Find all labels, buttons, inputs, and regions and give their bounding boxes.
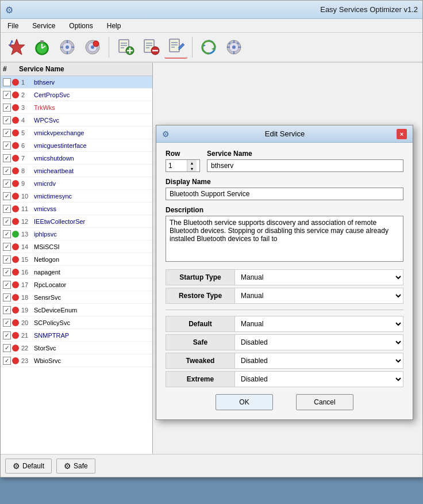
- list-item[interactable]: 21SNMPTRAP: [1, 329, 152, 342]
- row-label: Row: [166, 150, 200, 158]
- row-service-name: vmicheartbeat: [34, 167, 150, 174]
- list-item[interactable]: 19ScDeviceEnum: [1, 304, 152, 316]
- row-checkbox[interactable]: [3, 319, 11, 327]
- restore-type-select[interactable]: Automatic Manual Disabled: [235, 290, 403, 301]
- row-number: 19: [21, 307, 34, 314]
- spinner-down-button[interactable]: ▼: [187, 166, 197, 171]
- menu-file[interactable]: File: [5, 21, 21, 30]
- display-name-input[interactable]: [166, 188, 403, 200]
- row-checkbox[interactable]: [3, 116, 11, 124]
- row-checkbox[interactable]: [3, 357, 11, 365]
- status-dot: [12, 269, 19, 276]
- toolbar-sep-2: [192, 37, 193, 58]
- row-checkbox[interactable]: [3, 91, 11, 99]
- row-number: 23: [21, 357, 34, 364]
- wizard-button[interactable]: [5, 36, 28, 59]
- list-item[interactable]: 5vmickvpexchange: [1, 127, 152, 139]
- service-name-input[interactable]: [207, 159, 403, 172]
- settings-button[interactable]: [222, 36, 245, 59]
- row-checkbox[interactable]: [3, 331, 11, 339]
- row-number: 4: [21, 117, 34, 124]
- safe-button[interactable]: ⚙ Safe: [56, 459, 95, 474]
- row-number: 2: [21, 91, 34, 98]
- dialog-buttons: OK Cancel: [166, 390, 403, 413]
- row-service-name: SensrSvc: [34, 294, 150, 301]
- row-checkbox[interactable]: [3, 129, 11, 137]
- svg-point-17: [91, 45, 94, 49]
- refresh-button[interactable]: [197, 36, 220, 59]
- list-item[interactable]: 23WbioSrvc: [1, 354, 152, 367]
- list-item[interactable]: 4WPCSvc: [1, 114, 152, 127]
- restore-type-row: Restore Type Automatic Manual Disabled: [166, 288, 403, 304]
- list-item[interactable]: 17RpcLocator: [1, 278, 152, 291]
- row-checkbox[interactable]: [3, 180, 11, 188]
- list-item[interactable]: 13iphlpsvc: [1, 228, 152, 240]
- status-dot: [12, 117, 19, 124]
- extreme-select[interactable]: Automatic Manual Disabled: [235, 373, 403, 385]
- svg-rect-44: [233, 51, 234, 54]
- list-item[interactable]: 20SCPolicySvc: [1, 316, 152, 329]
- menu-help[interactable]: Help: [105, 21, 124, 30]
- row-checkbox[interactable]: [3, 344, 11, 352]
- row-checkbox[interactable]: [3, 255, 11, 264]
- list-item[interactable]: 11vmicvss: [1, 203, 152, 215]
- list-item[interactable]: 12IEEtwCollectorSer: [1, 215, 152, 228]
- list-item[interactable]: 16napagent: [1, 266, 152, 278]
- list-item[interactable]: 15Netlogon: [1, 253, 152, 266]
- row-checkbox[interactable]: [3, 192, 11, 200]
- menu-options[interactable]: Options: [67, 21, 95, 30]
- row-checkbox[interactable]: [3, 230, 11, 238]
- startup-type-select[interactable]: Automatic Manual Disabled: [235, 272, 403, 283]
- list-item[interactable]: 9vmicrdv: [1, 177, 152, 190]
- row-checkbox[interactable]: [3, 268, 11, 276]
- remove-service-button[interactable]: [139, 36, 162, 59]
- row-number: 20: [21, 319, 34, 326]
- toolbar: [1, 33, 422, 63]
- safe-row: Safe Automatic Manual Disabled: [166, 334, 403, 350]
- timer-button[interactable]: [30, 36, 53, 59]
- list-item[interactable]: 1bthserv: [1, 76, 152, 89]
- row-checkbox[interactable]: [3, 293, 11, 301]
- row-checkbox[interactable]: [3, 205, 11, 213]
- row-checkbox[interactable]: [3, 78, 11, 86]
- dialog-close-button[interactable]: ×: [397, 129, 407, 139]
- tweaked-row: Tweaked Automatic Manual Disabled: [166, 353, 403, 369]
- row-checkbox[interactable]: [3, 167, 11, 175]
- list-item[interactable]: 14MSiSCSI: [1, 240, 152, 253]
- list-item[interactable]: 18SensrSvc: [1, 291, 152, 304]
- dialog-body: Row ▲ ▼ Service Name: [156, 143, 413, 419]
- row-checkbox[interactable]: [3, 154, 11, 162]
- restore-button[interactable]: [81, 36, 104, 59]
- cancel-button[interactable]: Cancel: [296, 394, 353, 410]
- edit-service-button[interactable]: [164, 36, 187, 59]
- row-checkbox[interactable]: [3, 243, 11, 251]
- row-checkbox[interactable]: [3, 104, 11, 112]
- row-checkbox[interactable]: [3, 281, 11, 289]
- list-item[interactable]: 8vmicheartbeat: [1, 165, 152, 177]
- row-checkbox[interactable]: [3, 217, 11, 226]
- row-checkbox[interactable]: [3, 306, 11, 314]
- list-item[interactable]: 2CertPropSvc: [1, 89, 152, 101]
- default-button[interactable]: ⚙ Default: [5, 459, 52, 474]
- tweaked-select[interactable]: Automatic Manual Disabled: [235, 355, 403, 366]
- list-item[interactable]: 10vmictimesync: [1, 190, 152, 203]
- safe-btn-label: Safe: [74, 462, 88, 470]
- menu-service[interactable]: Service: [30, 21, 57, 30]
- row-spinner[interactable]: ▲ ▼: [166, 159, 200, 172]
- optimize-button[interactable]: [56, 36, 79, 59]
- default-select[interactable]: Automatic Manual Disabled: [235, 318, 403, 330]
- add-service-button[interactable]: [114, 36, 137, 59]
- list-item[interactable]: 7vmicshutdown: [1, 152, 152, 165]
- list-item[interactable]: 22StorSvc: [1, 342, 152, 354]
- svg-point-10: [66, 45, 69, 49]
- row-value-input[interactable]: [166, 160, 187, 171]
- row-checkbox[interactable]: [3, 142, 11, 150]
- status-dot: [12, 307, 19, 314]
- list-item[interactable]: 3TrkWks: [1, 101, 152, 114]
- list-item[interactable]: 6vmicguestinterface: [1, 139, 152, 152]
- dialog-title-bar: ⚙ Edit Service ×: [156, 125, 413, 143]
- safe-select[interactable]: Automatic Manual Disabled: [235, 337, 403, 348]
- description-input[interactable]: The Bluetooth service supports discovery…: [166, 216, 403, 262]
- ok-button[interactable]: OK: [216, 394, 273, 410]
- spinner-up-button[interactable]: ▲: [187, 160, 197, 166]
